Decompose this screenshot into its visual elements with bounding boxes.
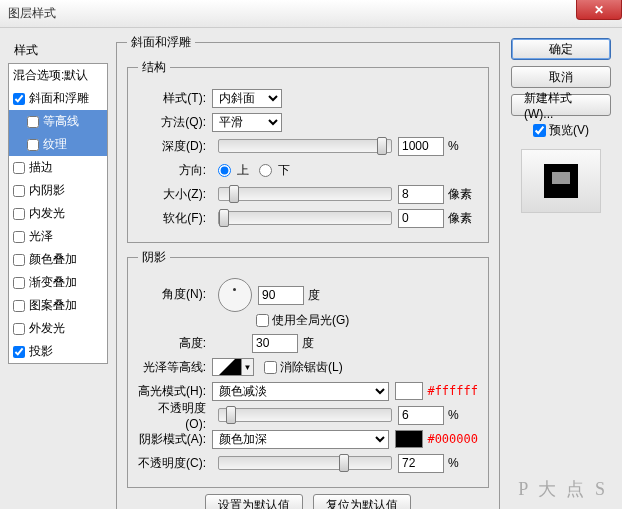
make-default-button[interactable]: 设置为默认值: [205, 494, 303, 509]
soften-input[interactable]: 0: [398, 209, 444, 228]
bevel-legend: 斜面和浮雕: [127, 34, 195, 51]
style-item-checkbox[interactable]: [13, 231, 25, 243]
cancel-button[interactable]: 取消: [511, 66, 611, 88]
preview-box: [521, 149, 601, 213]
reset-default-button[interactable]: 复位为默认值: [313, 494, 411, 509]
depth-label: 深度(D):: [138, 138, 212, 155]
style-item-label: 图案叠加: [29, 297, 77, 314]
preview-shape: [544, 164, 578, 198]
angle-label: 角度(N):: [138, 278, 212, 303]
style-item-label: 描边: [29, 159, 53, 176]
settings-panel: 斜面和浮雕 结构 样式(T): 内斜面 方法(Q): 平滑 深度(D): 100…: [110, 34, 506, 503]
structure-legend: 结构: [138, 59, 170, 76]
direction-up-radio[interactable]: [218, 164, 231, 177]
watermark: P 大 点 S: [518, 477, 608, 501]
highlight-opacity-slider[interactable]: [218, 408, 392, 422]
style-item-label: 纹理: [43, 136, 67, 153]
style-item-checkbox[interactable]: [13, 300, 25, 312]
gloss-label: 光泽等高线:: [138, 359, 212, 376]
style-item-checkbox[interactable]: [13, 277, 25, 289]
close-button[interactable]: ✕: [576, 0, 622, 20]
altitude-unit: 度: [302, 335, 332, 352]
style-item-checkbox[interactable]: [13, 162, 25, 174]
style-item-0[interactable]: 斜面和浮雕: [9, 87, 107, 110]
global-light-checkbox[interactable]: [256, 314, 269, 327]
style-item-checkbox[interactable]: [13, 185, 25, 197]
style-select[interactable]: 内斜面: [212, 89, 282, 108]
style-label: 样式(T):: [138, 90, 212, 107]
shadow-hex: #000000: [427, 432, 478, 446]
style-item-label: 内阴影: [29, 182, 65, 199]
style-item-checkbox[interactable]: [27, 116, 39, 128]
style-item-label: 投影: [29, 343, 53, 360]
style-item-8[interactable]: 渐变叠加: [9, 271, 107, 294]
direction-down-radio[interactable]: [259, 164, 272, 177]
direction-label: 方向:: [138, 162, 212, 179]
gloss-contour-swatch[interactable]: [212, 358, 242, 376]
highlight-opacity-label: 不透明度(O):: [138, 400, 212, 431]
new-style-button[interactable]: 新建样式(W)...: [511, 94, 611, 116]
style-item-5[interactable]: 内发光: [9, 202, 107, 225]
style-item-checkbox[interactable]: [13, 323, 25, 335]
highlight-hex: #ffffff: [427, 384, 478, 398]
shadow-mode-label: 阴影模式(A):: [138, 431, 212, 448]
altitude-input[interactable]: 30: [252, 334, 298, 353]
style-item-checkbox[interactable]: [13, 346, 25, 358]
shadow-opacity-input[interactable]: 72: [398, 454, 444, 473]
bevel-group: 斜面和浮雕 结构 样式(T): 内斜面 方法(Q): 平滑 深度(D): 100…: [116, 34, 500, 509]
size-input[interactable]: 8: [398, 185, 444, 204]
highlight-mode-select[interactable]: 颜色减淡: [212, 382, 389, 401]
gloss-contour-dropdown[interactable]: ▼: [242, 358, 254, 376]
shadow-mode-select[interactable]: 颜色加深: [212, 430, 389, 449]
pct1: %: [448, 408, 478, 422]
antialias-checkbox[interactable]: [264, 361, 277, 374]
depth-unit: %: [448, 139, 478, 153]
style-item-label: 渐变叠加: [29, 274, 77, 291]
style-item-1[interactable]: 等高线: [9, 110, 107, 133]
technique-label: 方法(Q):: [138, 114, 212, 131]
main-area: 样式 混合选项:默认 斜面和浮雕等高线纹理描边内阴影内发光光泽颜色叠加渐变叠加图…: [0, 28, 622, 509]
styles-panel: 样式 混合选项:默认 斜面和浮雕等高线纹理描边内阴影内发光光泽颜色叠加渐变叠加图…: [6, 34, 110, 503]
shadow-opacity-slider[interactable]: [218, 456, 392, 470]
technique-select[interactable]: 平滑: [212, 113, 282, 132]
angle-dial[interactable]: [218, 278, 252, 312]
highlight-opacity-input[interactable]: 6: [398, 406, 444, 425]
style-item-3[interactable]: 描边: [9, 156, 107, 179]
style-item-checkbox[interactable]: [13, 93, 25, 105]
style-item-label: 斜面和浮雕: [29, 90, 89, 107]
preview-label: 预览(V): [549, 122, 589, 139]
global-light-label: 使用全局光(G): [272, 312, 349, 329]
soften-slider[interactable]: [218, 211, 392, 225]
shading-legend: 阴影: [138, 249, 170, 266]
style-item-11[interactable]: 投影: [9, 340, 107, 363]
style-item-label: 内发光: [29, 205, 65, 222]
depth-input[interactable]: 1000: [398, 137, 444, 156]
titlebar: 图层样式 ✕: [0, 0, 622, 28]
depth-slider[interactable]: [218, 139, 392, 153]
style-item-9[interactable]: 图案叠加: [9, 294, 107, 317]
ok-button[interactable]: 确定: [511, 38, 611, 60]
style-item-7[interactable]: 颜色叠加: [9, 248, 107, 271]
structure-group: 结构 样式(T): 内斜面 方法(Q): 平滑 深度(D): 1000 % 方向…: [127, 59, 489, 243]
close-icon: ✕: [594, 3, 604, 17]
angle-input[interactable]: 90: [258, 286, 304, 305]
style-item-checkbox[interactable]: [13, 254, 25, 266]
style-item-label: 颜色叠加: [29, 251, 77, 268]
shadow-color-swatch[interactable]: [395, 430, 423, 448]
style-item-checkbox[interactable]: [13, 208, 25, 220]
style-item-2[interactable]: 纹理: [9, 133, 107, 156]
antialias-label: 消除锯齿(L): [280, 359, 343, 376]
highlight-color-swatch[interactable]: [395, 382, 423, 400]
style-item-10[interactable]: 外发光: [9, 317, 107, 340]
style-item-6[interactable]: 光泽: [9, 225, 107, 248]
highlight-mode-label: 高光模式(H):: [138, 383, 212, 400]
styles-heading: 样式: [8, 38, 108, 63]
style-item-checkbox[interactable]: [27, 139, 39, 151]
blend-options[interactable]: 混合选项:默认: [9, 64, 107, 87]
style-item-4[interactable]: 内阴影: [9, 179, 107, 202]
pct2: %: [448, 456, 478, 470]
window-title: 图层样式: [8, 5, 56, 22]
preview-checkbox[interactable]: [533, 124, 546, 137]
size-slider[interactable]: [218, 187, 392, 201]
style-item-label: 等高线: [43, 113, 79, 130]
